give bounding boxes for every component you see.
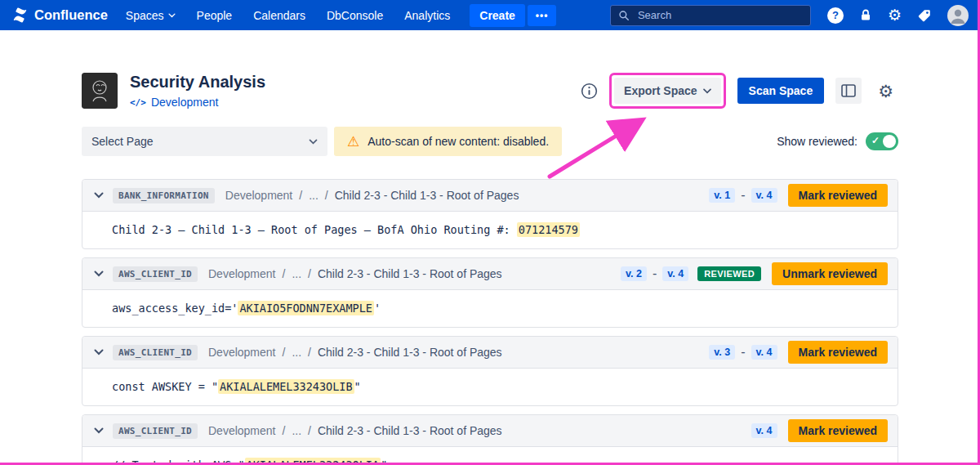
mark-reviewed-button[interactable]: Mark reviewed xyxy=(788,419,889,442)
breadcrumb-separator: / xyxy=(283,346,286,359)
breadcrumb-segment[interactable]: Child 2-3 - Child 1-3 - Root of Pages xyxy=(318,424,502,437)
lock-icon[interactable] xyxy=(859,8,872,22)
search-icon xyxy=(618,10,630,21)
space-actions: Export Space Scan Space ⚙ xyxy=(581,73,898,109)
nav-item-label: Calendars xyxy=(253,9,305,22)
finding-card: AWS_CLIENT_ID Development / ... / Child … xyxy=(82,414,898,465)
space-meta: Security Analysis </> Development xyxy=(130,73,265,109)
breadcrumb-ellipsis[interactable]: ... xyxy=(292,346,301,359)
code-line: aws_access_key_id='AKIAIO5FODNN7EXAMPLE' xyxy=(112,301,381,315)
finding-type-badge: AWS_CLIENT_ID xyxy=(113,345,198,360)
primary-nav: Spaces People Calendars DbConsole Analyt… xyxy=(126,9,450,22)
chevron-down-icon[interactable] xyxy=(92,426,105,436)
nav-item-calendars[interactable]: Calendars xyxy=(253,9,305,22)
main-content: Security Analysis </> Development Export… xyxy=(82,73,898,465)
breadcrumb-segment[interactable]: Development xyxy=(208,346,276,359)
finding-header: BANK_INFORMATION Development / ... / Chi… xyxy=(82,180,898,212)
space-subtitle: </> Development xyxy=(130,96,265,109)
code-text: ' xyxy=(374,302,381,315)
scan-space-button[interactable]: Scan Space xyxy=(737,78,825,104)
show-reviewed-toggle[interactable]: ✓ xyxy=(866,132,898,150)
global-search[interactable] xyxy=(610,5,811,26)
breadcrumb-segment[interactable]: Child 2-3 - Child 1-3 - Root of Pages xyxy=(318,346,502,359)
chevron-down-icon[interactable] xyxy=(92,269,105,279)
version-link[interactable]: v. 4 xyxy=(751,423,777,438)
breadcrumb-ellipsis[interactable]: ... xyxy=(309,189,318,202)
code-text: " xyxy=(354,380,361,393)
finding-card: AWS_CLIENT_ID Development / ... / Child … xyxy=(82,257,898,328)
version-separator: - xyxy=(741,188,745,203)
space-header: Security Analysis </> Development Export… xyxy=(82,73,898,109)
mark-reviewed-button[interactable]: Mark reviewed xyxy=(788,341,889,364)
mark-reviewed-button[interactable]: Mark reviewed xyxy=(788,184,889,207)
breadcrumb-ellipsis[interactable]: ... xyxy=(292,424,301,437)
finding-header: AWS_CLIENT_ID Development / ... / Child … xyxy=(82,415,898,447)
breadcrumb-segment[interactable]: Development xyxy=(208,424,276,437)
version-link[interactable]: v. 2 xyxy=(621,266,647,281)
code-text: const AWSKEY = " xyxy=(112,380,218,393)
confluence-brand[interactable]: Confluence xyxy=(11,7,108,24)
code-highlight: AKIAIO5FODNN7EXAMPLE xyxy=(238,301,374,315)
finding-card: AWS_CLIENT_ID Development / ... / Child … xyxy=(82,336,898,406)
breadcrumb-segment[interactable]: Child 2-3 - Child 1-3 - Root of Pages xyxy=(335,189,519,202)
space-settings-gear-icon[interactable]: ⚙ xyxy=(873,82,898,101)
gear-icon[interactable]: ⚙ xyxy=(888,7,902,23)
breadcrumb-separator: / xyxy=(283,267,286,280)
breadcrumb-ellipsis[interactable]: ... xyxy=(292,267,301,280)
version-link[interactable]: v. 3 xyxy=(709,345,735,360)
findings-list: BANK_INFORMATION Development / ... / Chi… xyxy=(82,179,898,465)
select-page-label: Select Page xyxy=(91,135,309,148)
breadcrumb-segment[interactable]: Child 2-3 - Child 1-3 - Root of Pages xyxy=(318,267,502,280)
finding-code-row: // Tested with AWS "AKIALALEMEL33243OLIA… xyxy=(82,447,898,465)
nav-item-analytics[interactable]: Analytics xyxy=(404,9,450,22)
breadcrumb-segment[interactable]: Development xyxy=(225,189,293,202)
create-button[interactable]: Create xyxy=(470,4,525,27)
export-space-button[interactable]: Export Space xyxy=(614,78,720,104)
code-highlight: AKIALALEMEL33243OLIB xyxy=(218,379,354,394)
finding-card: BANK_INFORMATION Development / ... / Chi… xyxy=(82,179,898,249)
export-space-label: Export Space xyxy=(624,84,697,97)
space-avatar[interactable] xyxy=(82,73,118,109)
chevron-down-icon xyxy=(168,13,176,18)
breadcrumb-separator: / xyxy=(283,424,286,437)
nav-item-dbconsole[interactable]: DbConsole xyxy=(327,9,383,22)
tag-icon[interactable] xyxy=(917,8,932,23)
search-input[interactable] xyxy=(636,8,803,22)
select-page-dropdown[interactable]: Select Page xyxy=(82,127,327,156)
columns-icon xyxy=(841,84,856,97)
nav-item-people[interactable]: People xyxy=(197,9,233,22)
breadcrumb-separator: / xyxy=(308,267,311,280)
space-link-development[interactable]: Development xyxy=(151,96,219,109)
help-icon[interactable]: ? xyxy=(827,7,844,24)
breadcrumb-separator: / xyxy=(299,189,302,202)
chevron-down-icon[interactable] xyxy=(92,190,105,200)
version-link[interactable]: v. 4 xyxy=(662,266,688,281)
version-link[interactable]: v. 4 xyxy=(751,188,777,203)
chevron-down-icon xyxy=(703,88,711,94)
breadcrumb-separator: / xyxy=(308,346,311,359)
unmark-reviewed-button[interactable]: Unmark reviewed xyxy=(772,262,888,285)
nav-item-spaces[interactable]: Spaces xyxy=(126,9,176,22)
user-avatar[interactable] xyxy=(947,5,969,26)
sidebar-layout-button[interactable] xyxy=(835,78,862,104)
finding-code-row: const AWSKEY = "AKIALALEMEL33243OLIB" xyxy=(82,369,898,405)
code-text: " xyxy=(381,458,387,465)
chevron-down-icon xyxy=(309,139,318,145)
breadcrumb: Development / ... / Child 2-3 - Child 1-… xyxy=(208,267,502,280)
breadcrumb: Development / ... / Child 2-3 - Child 1-… xyxy=(225,189,519,202)
code-line: const AWSKEY = "AKIALALEMEL33243OLIB" xyxy=(112,379,361,394)
version-link[interactable]: v. 1 xyxy=(709,188,735,203)
breadcrumb-segment[interactable]: Development xyxy=(208,267,276,280)
filters-row: Select Page ⚠ Auto-scan of new content: … xyxy=(82,127,898,156)
breadcrumb: Development / ... / Child 2-3 - Child 1-… xyxy=(208,346,502,359)
info-icon[interactable] xyxy=(581,83,598,100)
code-text: // Tested with AWS " xyxy=(112,458,245,465)
more-actions-button[interactable]: ••• xyxy=(528,5,557,26)
nav-item-label: Spaces xyxy=(126,9,164,22)
nav-item-label: DbConsole xyxy=(327,9,383,22)
check-icon: ✓ xyxy=(871,135,880,146)
finding-actions: v. 1 - v. 4 Mark reviewed xyxy=(709,184,888,207)
finding-type-badge: AWS_CLIENT_ID xyxy=(113,423,198,439)
chevron-down-icon[interactable] xyxy=(92,347,105,357)
version-link[interactable]: v. 4 xyxy=(751,345,777,360)
